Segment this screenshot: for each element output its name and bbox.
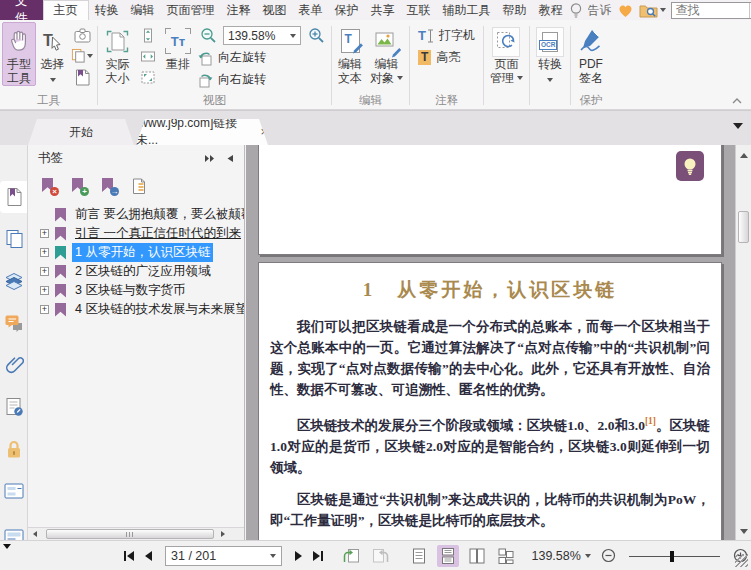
scroll-left-button[interactable]	[28, 528, 42, 540]
add-bookmark-button[interactable]: +	[72, 178, 86, 194]
select-cursor-icon: T	[40, 25, 65, 57]
zoom-in-button[interactable]	[305, 27, 327, 45]
panel-overflow-icon[interactable]	[3, 544, 11, 549]
expander-icon[interactable]: +	[40, 286, 49, 295]
zoom-level-combo[interactable]: 139.58%	[223, 26, 301, 45]
tab-page-management[interactable]: 页面管理	[161, 0, 221, 20]
select-tool-button[interactable]: T 选择	[36, 22, 69, 86]
destinations-panel-icon[interactable]	[0, 521, 28, 540]
scrollbar-thumb[interactable]	[46, 529, 214, 539]
snapshot-button[interactable]	[71, 26, 93, 44]
heart-icon[interactable]	[617, 3, 634, 18]
bookmark-item-chapter4[interactable]: + 4 区块链的技术发展与未来展望	[28, 300, 244, 319]
scroll-down-icon[interactable]	[740, 529, 748, 534]
tab-accessibility[interactable]: 辅助工具	[437, 0, 497, 20]
pages-panel-icon[interactable]	[0, 223, 28, 255]
facing-view-button[interactable]	[466, 545, 488, 567]
close-tab-icon[interactable]: ×	[260, 126, 268, 138]
goto-bookmark-button[interactable]: →	[102, 178, 116, 194]
tab-protect[interactable]: 保护	[329, 0, 365, 20]
tab-edit[interactable]: 编辑	[125, 0, 161, 20]
tell-me-label[interactable]: 告诉	[588, 2, 612, 19]
bookmark-page-button[interactable]	[71, 68, 93, 86]
expand-current-bookmark-button[interactable]	[132, 178, 147, 195]
bookmarks-panel-icon[interactable]	[0, 181, 28, 213]
security-panel-icon[interactable]	[0, 433, 28, 465]
edit-text-button[interactable]: T 编辑文本	[334, 22, 366, 86]
attachments-panel-icon[interactable]	[0, 349, 28, 381]
fit-visible-button[interactable]	[137, 68, 159, 86]
clipboard-button[interactable]	[71, 47, 93, 65]
fit-page-button[interactable]	[137, 26, 159, 44]
expander-icon[interactable]: +	[40, 248, 49, 257]
tab-help[interactable]: 帮助	[497, 0, 533, 20]
continuous-facing-view-button[interactable]	[495, 545, 517, 567]
bookmark-item-chapter2[interactable]: + 2 区块链的广泛应用领域	[28, 262, 244, 281]
continuous-view-button[interactable]	[437, 545, 459, 567]
collapse-panel-icon[interactable]	[226, 154, 234, 163]
window-resize-grip[interactable]	[735, 554, 748, 567]
bookmark-item-intro[interactable]: + 引言 一个真正信任时代的到来	[28, 224, 244, 243]
tab-comment[interactable]: 注释	[221, 0, 257, 20]
find-input[interactable]	[672, 3, 749, 17]
tab-home[interactable]: 主页	[43, 0, 89, 20]
typewriter-button[interactable]: T 打字机	[418, 27, 475, 44]
lightbulb-icon[interactable]	[569, 2, 583, 19]
tab-view[interactable]: 视图	[257, 0, 293, 20]
highlight-button[interactable]: T 高亮	[418, 49, 475, 66]
doc-tab-start[interactable]: 开始	[28, 119, 134, 145]
page-management-button[interactable]: 页面管理	[486, 22, 527, 86]
scroll-right-button[interactable]	[216, 528, 230, 540]
scroll-up-icon[interactable]	[740, 153, 748, 158]
fit-width-button[interactable]	[137, 47, 159, 65]
tab-share[interactable]: 共享	[365, 0, 401, 20]
tab-list-dropdown-icon[interactable]	[733, 123, 743, 129]
prev-page-button[interactable]	[143, 549, 154, 563]
tab-tutorial[interactable]: 教程	[533, 0, 569, 20]
rotate-right-icon	[197, 72, 214, 88]
actual-size-button[interactable]: 实际大小	[100, 22, 135, 86]
scrollbar-thumb[interactable]	[738, 211, 749, 243]
last-page-button[interactable]	[311, 549, 325, 563]
expander-icon[interactable]: +	[40, 305, 49, 314]
collapse-ribbon-button[interactable]	[731, 97, 743, 105]
zoom-out-button[interactable]	[197, 27, 219, 45]
rotate-right-button[interactable]: 向右旋转	[197, 70, 327, 89]
convert-button[interactable]: OCR 转换	[532, 22, 568, 86]
expander-icon[interactable]: +	[40, 229, 49, 238]
next-view-button[interactable]	[369, 545, 391, 567]
delete-bookmark-button[interactable]: ×	[42, 178, 56, 194]
zoom-level-statusbar[interactable]: 139.58%	[531, 549, 590, 563]
document-vertical-scrollbar[interactable]	[735, 145, 751, 540]
tab-form[interactable]: 表单	[293, 0, 329, 20]
bookmark-item-preface[interactable]: 前言 要么拥抱颠覆，要么被颠覆	[28, 205, 244, 224]
tab-convert[interactable]: 转换	[89, 0, 125, 20]
rotate-left-button[interactable]: 向左旋转	[197, 48, 327, 67]
previous-view-button[interactable]	[340, 545, 362, 567]
search-folder-icon[interactable]	[639, 3, 666, 18]
page-number-combo[interactable]: 31 / 201	[165, 546, 282, 566]
document-view[interactable]: 1 从零开始，认识区块链 我们可以把区块链看成是一个分布式的总账本，而每一个区块…	[246, 145, 735, 540]
file-menu-button[interactable]: 文件	[0, 0, 43, 20]
hand-tool-button[interactable]: 手型工具	[2, 22, 36, 86]
layers-panel-icon[interactable]	[0, 265, 28, 297]
bookmark-item-chapter1[interactable]: + 1 从零开始，认识区块链	[28, 243, 244, 262]
single-page-view-button[interactable]	[408, 545, 430, 567]
doc-tab-active[interactable]: [www.j9p.com]链接未... ×	[136, 119, 268, 145]
bookmarks-horizontal-scrollbar[interactable]	[28, 527, 244, 540]
bookmark-item-chapter3[interactable]: + 3 区块链与数字货币	[28, 281, 244, 300]
reflow-button[interactable]: Tт 重排	[161, 22, 195, 72]
expander-icon[interactable]: +	[40, 267, 49, 276]
edit-object-button[interactable]: 编辑对象	[366, 22, 407, 86]
zoom-slider-handle[interactable]	[670, 551, 674, 562]
tab-connect[interactable]: 互联	[401, 0, 437, 20]
first-page-button[interactable]	[122, 549, 136, 563]
zoom-out-button[interactable]	[598, 545, 620, 567]
comments-panel-icon[interactable]	[0, 307, 28, 339]
next-page-button[interactable]	[293, 549, 304, 563]
signature-panel-icon[interactable]	[0, 391, 28, 423]
pdf-sign-button[interactable]: PDF签名	[573, 22, 609, 86]
zoom-slider[interactable]	[629, 549, 720, 563]
expand-panel-icon[interactable]	[204, 154, 216, 163]
fields-panel-icon[interactable]	[0, 475, 28, 507]
